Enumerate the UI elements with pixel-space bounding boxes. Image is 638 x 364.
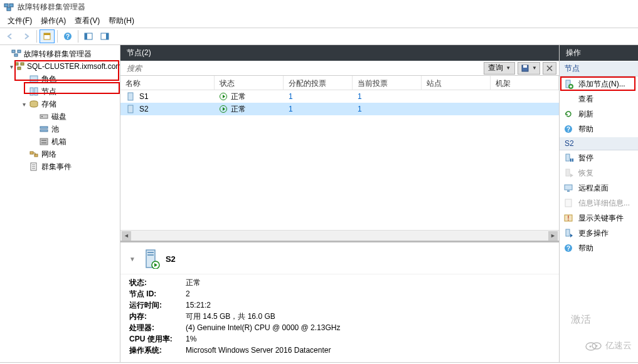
svg-rect-49 [566, 169, 570, 176]
search-input[interactable] [123, 63, 481, 74]
tree-roles-label: 角色 [41, 74, 56, 85]
resume-icon [563, 168, 573, 178]
col-status[interactable]: 状态 [215, 76, 284, 90]
toolbar-view-button[interactable] [40, 29, 55, 43]
status-ok-icon [220, 93, 227, 100]
svg-rect-16 [18, 67, 21, 70]
svg-rect-18 [30, 88, 33, 95]
enclosures-icon [39, 137, 49, 147]
svg-rect-36 [128, 93, 133, 100]
svg-rect-51 [567, 190, 570, 192]
tree-pools[interactable]: 池 [0, 123, 120, 135]
col-current[interactable]: 当前投票 [353, 76, 422, 90]
svg-text:?: ? [566, 126, 570, 133]
menu-help[interactable]: 帮助(H) [105, 14, 138, 28]
save-button[interactable]: ▼ [518, 62, 540, 75]
col-site[interactable]: 站点 [422, 76, 491, 90]
scroll-right-icon[interactable]: ► [548, 231, 558, 241]
tree-networks[interactable]: 网络 [0, 148, 120, 160]
nodes-icon [29, 86, 39, 96]
actions-section-node: S2 [560, 137, 638, 150]
svg-rect-25 [40, 138, 48, 145]
query-button[interactable]: 查询▼ [484, 62, 515, 75]
hscrollbar[interactable]: ◄ ► [120, 230, 559, 241]
tree-nodes[interactable]: 节点 [0, 85, 120, 98]
events-icon: ! [563, 213, 573, 223]
collapse-icon[interactable]: ▾ [20, 101, 28, 108]
svg-rect-46 [566, 154, 570, 161]
col-name[interactable]: 名称 [120, 76, 215, 90]
toolbar-panel1-button[interactable] [81, 29, 96, 43]
menu-file[interactable]: 文件(F) [4, 14, 36, 28]
svg-rect-23 [40, 127, 48, 128]
svg-rect-39 [147, 252, 154, 253]
action-view[interactable]: 查看 [560, 91, 638, 107]
toolbar-help-button[interactable]: ? [60, 29, 75, 43]
scroll-left-icon[interactable]: ◄ [122, 231, 131, 241]
tree-events[interactable]: 群集事件 [0, 160, 120, 173]
svg-rect-14 [15, 63, 18, 65]
tree-disks[interactable]: 磁盘 [0, 110, 120, 123]
storage-icon [29, 99, 39, 109]
menubar: 文件(F) 操作(A) 查看(V) 帮助(H) [0, 14, 638, 28]
tree-root[interactable]: 故障转移群集管理器 [0, 48, 120, 60]
svg-rect-1 [9, 4, 13, 7]
toolbar-divider-2 [57, 30, 58, 43]
pools-icon [39, 124, 49, 134]
svg-rect-28 [30, 152, 33, 154]
toolbar-divider [36, 30, 37, 43]
add-node-icon [563, 79, 573, 89]
action-refresh[interactable]: 刷新 [560, 107, 638, 122]
action-more[interactable]: 更多操作 [560, 226, 638, 241]
table-row[interactable]: S1 正常 1 1 [120, 90, 559, 103]
action-help[interactable]: ?帮助 [560, 122, 638, 137]
svg-rect-19 [35, 88, 38, 95]
svg-rect-35 [523, 65, 527, 68]
svg-rect-11 [12, 50, 15, 53]
tree-enclosures[interactable]: 机箱 [0, 135, 120, 148]
svg-rect-40 [147, 254, 154, 256]
collapse-icon[interactable]: ▾ [10, 63, 13, 70]
svg-point-22 [41, 116, 43, 117]
server-icon [125, 104, 136, 114]
tree-disks-label: 磁盘 [51, 112, 66, 122]
app-icon [4, 2, 14, 12]
action-pause[interactable]: 暂停 [560, 150, 638, 165]
svg-text:?: ? [566, 245, 570, 252]
action-add-node[interactable]: 添加节点(N)... [560, 76, 638, 91]
tree-storage[interactable]: ▾ 存储 [0, 98, 120, 110]
svg-rect-52 [565, 199, 572, 207]
action-help-2[interactable]: ?帮助 [560, 241, 638, 256]
actions-section-nodes: 节点 [560, 61, 638, 76]
toolbar: ? [0, 28, 638, 45]
tree-panel: 故障转移群集管理器 ▾ SQL-CLUSTER.ixmsoft.com 角色 节… [0, 45, 120, 362]
tree-cluster[interactable]: ▾ SQL-CLUSTER.ixmsoft.com [0, 60, 120, 73]
detail-body: 状态:正常 节点 ID:2 运行时间:15:21:2 内存:可用 14.5 GB… [120, 274, 559, 362]
col-rack[interactable]: 机架 [491, 76, 559, 90]
table-row[interactable]: S2 正常 1 1 [120, 103, 559, 115]
action-critical-events[interactable]: !显示关键事件 [560, 211, 638, 226]
action-resume: 恢复 [560, 165, 638, 180]
tree-pools-label: 池 [51, 124, 59, 135]
svg-rect-26 [41, 140, 46, 141]
server-icon [125, 91, 136, 101]
svg-rect-13 [14, 54, 18, 56]
clear-button[interactable] [543, 62, 556, 75]
networks-icon [29, 149, 39, 159]
dropdown-icon: ▼ [532, 65, 537, 71]
col-assigned[interactable]: 分配的投票 [284, 76, 353, 90]
actions-panel: 操作 节点 添加节点(N)... 查看 刷新 ?帮助 S2 暂停 恢复 远程桌面… [560, 45, 638, 362]
tree-enclosures-label: 机箱 [51, 137, 66, 147]
menu-view[interactable]: 查看(V) [71, 14, 104, 28]
tree-roles[interactable]: 角色 [0, 73, 120, 85]
svg-rect-48 [572, 159, 573, 162]
pause-icon [563, 153, 573, 163]
toolbar-panel2-button[interactable] [97, 29, 112, 43]
action-remote-desktop[interactable]: 远程桌面 [560, 180, 638, 195]
menu-action[interactable]: 操作(A) [37, 14, 70, 28]
detail-panel: ▼ S2 状态:正常 节点 ID:2 运行时间:15:21:2 内存:可用 14… [120, 241, 559, 362]
collapse-detail-icon[interactable]: ▼ [129, 256, 136, 263]
svg-text:!: ! [567, 215, 569, 222]
disks-icon [39, 112, 49, 122]
center-title: 节点(2) [127, 48, 151, 58]
